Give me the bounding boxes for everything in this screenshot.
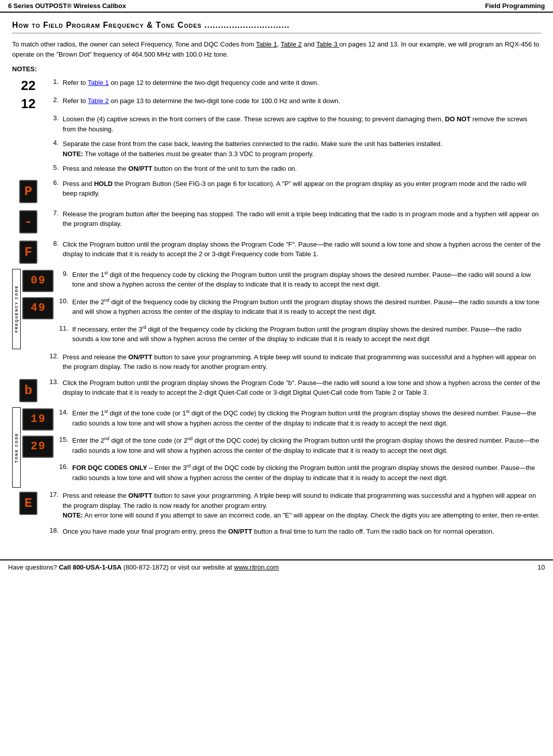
step-row-16: 16. FOR DQC CODES ONLY – Enter the 3rd d… bbox=[22, 462, 541, 486]
step-row-1: 22 1. Refer to Table 1 on page 12 to det… bbox=[12, 77, 541, 94]
step7-display: - bbox=[12, 208, 46, 235]
step6-hold: HOLD bbox=[94, 180, 113, 187]
step2-display-value: 12 bbox=[21, 97, 36, 110]
step14-number: 14. bbox=[56, 407, 70, 416]
step18-text: Once you have made your final program en… bbox=[61, 526, 541, 540]
led-display-hyphen: - bbox=[19, 210, 37, 233]
step3-text: Loosen the (4) captive screws in the fro… bbox=[61, 113, 541, 137]
led-b-char: b bbox=[24, 383, 32, 398]
step6-text: Press and HOLD the Program Button (See F… bbox=[61, 178, 541, 202]
step3-number: 3. bbox=[46, 113, 61, 122]
led-display-e: E bbox=[19, 492, 37, 515]
step10-display: 4 9 bbox=[22, 296, 56, 321]
step-row-17: E 17. Press and release the ON/PTT butto… bbox=[12, 490, 541, 524]
led-display-f: F bbox=[19, 241, 37, 264]
step-row-11: 11. If necessary, enter the 3rd digit of… bbox=[22, 323, 541, 347]
step7-number: 7. bbox=[46, 208, 61, 217]
step2-text: Refer to Table 2 on page 13 to determine… bbox=[61, 95, 541, 109]
footer-bar: Have questions? Call 800-USA-1-USA (800-… bbox=[0, 559, 553, 574]
step2-table2-link[interactable]: Table 2 bbox=[88, 97, 109, 105]
header-right: Field Programming bbox=[485, 2, 545, 10]
led-hyphen-char: - bbox=[24, 214, 32, 229]
tone-code-label: TONE CODE bbox=[15, 433, 18, 463]
step1-display: 22 bbox=[12, 77, 46, 94]
step2-number: 2. bbox=[46, 95, 61, 104]
step8-number: 8. bbox=[46, 239, 61, 247]
step-row-6: P 6. Press and HOLD the Program Button (… bbox=[12, 178, 541, 205]
step1-table1-link[interactable]: Table 1 bbox=[88, 79, 109, 86]
step5-bold: ON/PTT bbox=[128, 165, 153, 172]
step16-bold: FOR DQC CODES ONLY bbox=[72, 464, 147, 471]
step16-number: 16. bbox=[56, 462, 70, 470]
header-left: 6 Series OUTPOST® Wireless Callbox bbox=[8, 2, 126, 10]
notes-label: NOTES: bbox=[12, 65, 541, 73]
page-title: How to Field Program Frequency & Tone Co… bbox=[12, 21, 541, 33]
step1-number: 1. bbox=[46, 77, 61, 85]
step18-number: 18. bbox=[46, 526, 61, 534]
step-row-14: 1 9 14. Enter the 1st digit of the tone … bbox=[22, 407, 541, 433]
step14-text: Enter the 1st digit of the tone code (or… bbox=[70, 407, 541, 431]
step15-number: 15. bbox=[56, 435, 70, 443]
step13-number: 13. bbox=[46, 377, 61, 386]
step5-display bbox=[12, 163, 46, 167]
step12-display bbox=[12, 351, 46, 355]
header-bar: 6 Series OUTPOST® Wireless Callbox Field… bbox=[0, 0, 553, 13]
table3-link[interactable]: Table 3 bbox=[316, 40, 339, 48]
step2-display: 12 bbox=[12, 95, 46, 112]
step6-number: 6. bbox=[46, 178, 61, 186]
step13-display: b bbox=[12, 377, 46, 404]
step-row-8: F 8. Click the Program button until the … bbox=[12, 239, 541, 266]
page-content: How to Field Program Frequency & Tone Co… bbox=[0, 13, 553, 549]
frequency-steps: 0 9 9. Enter the 1st digit of the freque… bbox=[20, 269, 541, 349]
table1-link[interactable]: Table 1 bbox=[256, 40, 277, 48]
step-row-13: b 13. Click the Program button until the… bbox=[12, 377, 541, 404]
step13-text: Click the Program button until the progr… bbox=[61, 377, 541, 401]
led-09-d2: 9 bbox=[38, 274, 45, 287]
intro-text-mid2: and bbox=[302, 40, 317, 48]
step17-note-label: NOTE: bbox=[63, 511, 83, 519]
step8-display: F bbox=[12, 239, 46, 266]
step11-display bbox=[22, 323, 56, 327]
led-p-char: P bbox=[24, 184, 32, 199]
frequency-code-bracket-wrapper: FREQUENCY CODE 0 9 9. Enter the 1st digi… bbox=[12, 269, 541, 349]
tone-bracket-bar: TONE CODE bbox=[12, 407, 20, 488]
led-display-b: b bbox=[19, 379, 37, 402]
step17-text: Press and release the ON/PTT button to s… bbox=[61, 490, 541, 524]
step5-number: 5. bbox=[46, 163, 61, 171]
step18-display bbox=[12, 526, 46, 530]
led-09-d1: 0 bbox=[31, 274, 37, 287]
footer-website-link[interactable]: www.ritron.com bbox=[234, 563, 279, 571]
step-row-3: 3. Loosen the (4) captive screws in the … bbox=[12, 113, 541, 137]
intro-text-before: To match other radios, the owner can sel… bbox=[12, 40, 256, 48]
frequency-bracket-bar: FREQUENCY CODE bbox=[12, 269, 20, 349]
intro-paragraph: To match other radios, the owner can sel… bbox=[12, 39, 541, 59]
step3-bold: DO NOT bbox=[445, 115, 471, 123]
step8-text: Click the Program button until the progr… bbox=[61, 239, 541, 262]
intro-text-mid1: , bbox=[277, 40, 281, 48]
step17-display: E bbox=[12, 490, 46, 517]
led-display-p: P bbox=[19, 180, 37, 203]
table2-link[interactable]: Table 2 bbox=[281, 40, 302, 48]
frequency-code-label: FREQUENCY CODE bbox=[15, 285, 18, 333]
led-49-d1: 4 bbox=[31, 302, 37, 314]
led-29-d1: 2 bbox=[31, 440, 37, 453]
step-row-2: 12 2. Refer to Table 2 on page 13 to det… bbox=[12, 95, 541, 112]
step12-bold: ON/PTT bbox=[128, 353, 153, 361]
step1-text: Refer to Table 1 on page 12 to determine… bbox=[61, 77, 541, 91]
tone-code-bracket-wrapper: TONE CODE 1 9 14. Enter the 1st digit of… bbox=[12, 407, 541, 488]
step7-text: Release the program button after the bee… bbox=[61, 208, 541, 232]
led-29-d2: 9 bbox=[38, 440, 45, 453]
step4-text: Separate the case front from the case ba… bbox=[61, 138, 541, 162]
step-row-18: 18. Once you have made your final progra… bbox=[12, 526, 541, 540]
step-row-12: 12. Press and release the ON/PTT button … bbox=[12, 351, 541, 375]
step10-text: Enter the 2nd digit of the frequency cod… bbox=[70, 296, 541, 320]
step15-text: Enter the 2nd digit of the tone code (or… bbox=[70, 435, 541, 458]
step14-display: 1 9 bbox=[22, 407, 56, 433]
step4-note-label: NOTE: bbox=[63, 150, 83, 158]
step4-display bbox=[12, 138, 46, 142]
step10-number: 10. bbox=[56, 296, 70, 305]
step9-display: 0 9 bbox=[22, 269, 56, 294]
footer-page-number: 10 bbox=[538, 563, 545, 571]
step6-display: P bbox=[12, 178, 46, 205]
step17-number: 17. bbox=[46, 490, 61, 498]
